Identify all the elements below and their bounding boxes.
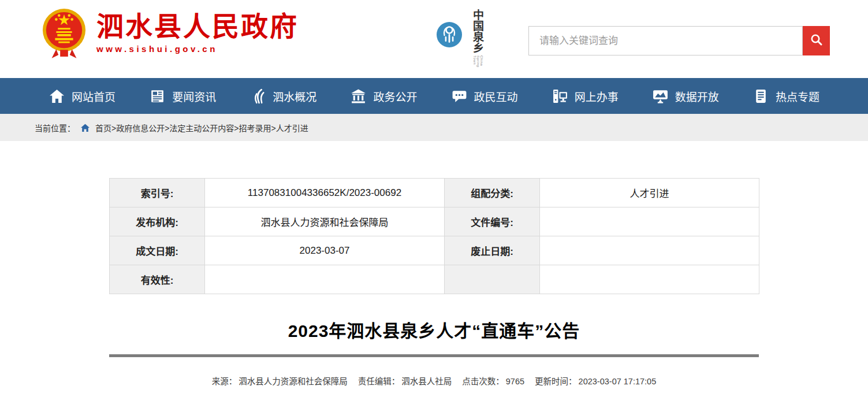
search-input[interactable] xyxy=(528,26,803,55)
doc-info-label: 废止日期: xyxy=(445,236,540,265)
search-box xyxy=(528,26,830,55)
site-logo-link[interactable]: 泗水县人民政府 www.sishui.gov.cn xyxy=(42,5,299,61)
doc-info-value xyxy=(540,207,759,236)
stamp-calligraphy: 中国泉乡 xyxy=(471,9,483,57)
doc-info-value xyxy=(540,265,759,294)
doc-info-value: 2023-03-07 xyxy=(205,236,445,265)
doc-info-value: 人才引进 xyxy=(540,179,759,207)
breadcrumb-home-icon[interactable] xyxy=(80,123,90,132)
meta-updated: 更新时间：2023-03-07 17:17:05 xyxy=(535,377,656,386)
meta-clicks: 点击次数：9765 xyxy=(462,377,524,386)
table-row: 成文日期: 2023-03-07 废止日期: xyxy=(110,236,759,265)
search-button[interactable] xyxy=(803,26,830,55)
breadcrumb: 当前位置： 首页>政府信息公开>法定主动公开内容>招考录用>人才引进 xyxy=(0,114,868,141)
china-spring-town-stamp: 中国泉乡 China Spring Town xyxy=(434,7,504,73)
article-meta: 来源：泗水县人力资源和社会保障局 责任编辑：泗水县人社局 点击次数：9765 更… xyxy=(109,375,759,388)
doc-info-label xyxy=(445,265,540,294)
search-icon xyxy=(809,32,824,49)
doc-info-value xyxy=(540,236,759,265)
meta-source: 来源：泗水县人力资源和社会保障局 xyxy=(212,377,348,386)
nav-item-hot-topics[interactable]: 热点专题 xyxy=(752,88,819,105)
table-row: 有效性: xyxy=(110,265,759,294)
doc-info-label: 组配分类: xyxy=(445,179,540,207)
doc-info-table: 索引号: 11370831004336652K/2023-00692 组配分类:… xyxy=(109,178,759,294)
site-title: 泗水县人民政府 xyxy=(96,12,299,42)
article-container: 索引号: 11370831004336652K/2023-00692 组配分类:… xyxy=(109,178,759,388)
doc-info-label: 发布机构: xyxy=(110,207,205,236)
doc-info-value: 泗水县人力资源和社会保障局 xyxy=(205,207,445,236)
water-icon xyxy=(249,88,266,105)
nav-item-overview[interactable]: 泗水概况 xyxy=(249,88,316,105)
spring-logo-icon xyxy=(437,22,462,47)
article-title: 2023年泗水县泉乡人才“直通车”公告 xyxy=(109,320,759,342)
nav-item-gov-info[interactable]: 政务公开 xyxy=(350,88,417,105)
nav-item-home[interactable]: 网站首页 xyxy=(49,88,116,105)
nav-item-online-services[interactable]: 网上办事 xyxy=(552,88,619,105)
gov-building-icon xyxy=(350,88,367,105)
site-header: 泗水县人民政府 www.sishui.gov.cn 中国泉乡 China Spr… xyxy=(0,0,868,78)
breadcrumb-label: 当前位置： xyxy=(35,122,75,134)
meta-editor: 责任编辑：泗水县人社局 xyxy=(358,377,452,386)
doc-info-value xyxy=(205,265,445,294)
doc-info-label: 成文日期: xyxy=(110,236,205,265)
doc-info-label: 索引号: xyxy=(110,179,205,207)
breadcrumb-trail[interactable]: 首页>政府信息公开>法定主动公开内容>招考录用>人才引进 xyxy=(95,122,308,134)
doc-info-label: 文件编号: xyxy=(445,207,540,236)
main-nav: 网站首页 要闻资讯 泗水概况 xyxy=(0,78,868,114)
nav-item-news[interactable]: 要闻资讯 xyxy=(149,88,216,105)
newspaper-icon xyxy=(149,88,166,105)
site-url: www.sishui.gov.cn xyxy=(96,44,299,54)
data-chart-icon xyxy=(652,88,669,105)
home-icon xyxy=(49,88,65,105)
stamp-subtext: China Spring Town xyxy=(473,55,483,73)
nav-item-open-data[interactable]: 数据开放 xyxy=(652,88,719,105)
document-list-icon xyxy=(752,88,769,105)
nav-item-interaction[interactable]: 政民互动 xyxy=(451,88,518,105)
title-divider xyxy=(109,354,759,357)
national-emblem-icon xyxy=(42,5,87,61)
computer-icon xyxy=(552,88,568,105)
chat-bubble-icon xyxy=(451,88,468,105)
table-row: 索引号: 11370831004336652K/2023-00692 组配分类:… xyxy=(110,179,759,207)
doc-info-label: 有效性: xyxy=(110,265,205,294)
doc-info-value: 11370831004336652K/2023-00692 xyxy=(205,179,445,207)
table-row: 发布机构: 泗水县人力资源和社会保障局 文件编号: xyxy=(110,207,759,236)
